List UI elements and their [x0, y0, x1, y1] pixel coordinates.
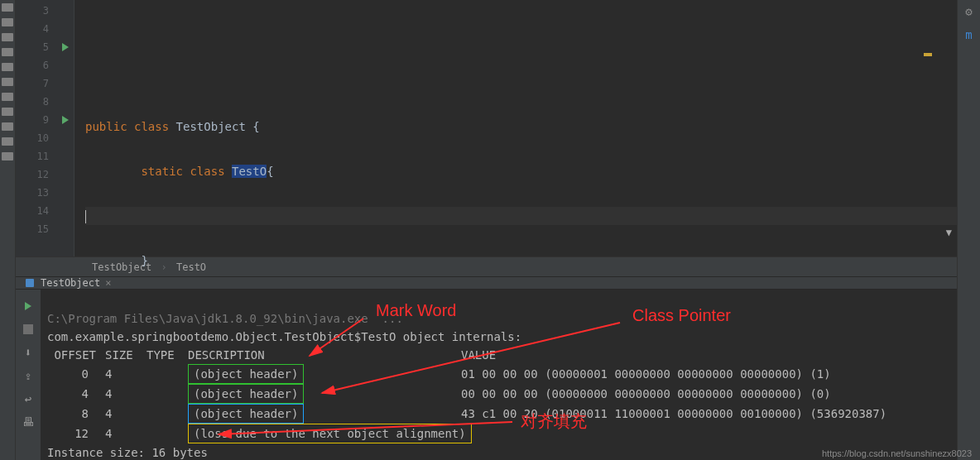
folder-icon: [2, 33, 13, 41]
folder-icon: [2, 122, 13, 131]
rerun-icon[interactable]: [20, 298, 36, 314]
code-token: public class: [85, 120, 176, 133]
svg-marker-3: [25, 302, 31, 310]
svg-marker-1: [62, 116, 69, 124]
fold-gutter[interactable]: [74, 0, 85, 256]
col-value: VALUE: [461, 346, 496, 364]
folder-icon: [2, 78, 13, 86]
settings-icon[interactable]: ⚙: [965, 5, 972, 18]
wrap-icon[interactable]: ↩: [20, 391, 36, 407]
col-offset: OFFSET: [47, 346, 105, 364]
chevron-down-icon[interactable]: ▼: [946, 227, 952, 238]
folder-icon: [2, 108, 13, 116]
console-output[interactable]: C:\Program Files\Java\jdk1.8.0_92\bin\ja…: [41, 290, 957, 460]
folder-icon: [2, 63, 13, 71]
svg-rect-2: [26, 279, 34, 287]
folder-icon: [2, 48, 13, 56]
run-config-icon: [24, 277, 36, 289]
export-icon[interactable]: ⇪: [20, 367, 36, 384]
console-cmd: C:\Program Files\Java\jdk1.8.0_92\bin\ja…: [47, 312, 403, 325]
table-row: 44(object header)00 00 00 00 (00000000 0…: [47, 387, 831, 400]
annotated-box: (object header): [188, 404, 304, 424]
code-editor[interactable]: 3 4 5 6 7 8 9 10 11 12 13 14 15: [16, 0, 957, 256]
annotation-class-pointer: Class Pointer: [632, 306, 731, 325]
code-token: static class: [85, 165, 232, 178]
folder-icon: [2, 152, 13, 161]
annotated-box: (loss due to the next object alignment): [188, 424, 472, 443]
print-icon[interactable]: 🖶: [20, 414, 36, 430]
maven-icon[interactable]: m: [965, 28, 972, 41]
code-area[interactable]: public class TestObject { static class T…: [85, 0, 957, 256]
console-header: com.example.springbootdemo.Object.TestOb…: [47, 330, 521, 343]
error-stripe-mark[interactable]: [924, 53, 932, 56]
folder-icon: [2, 93, 13, 101]
table-row: 124(loss due to the next object alignmen…: [47, 427, 461, 440]
col-type: TYPE: [147, 346, 188, 364]
run-gutter: [57, 0, 74, 256]
down-icon[interactable]: ⬇: [20, 344, 36, 361]
code-token: {: [246, 120, 260, 133]
line-number-gutter: 3 4 5 6 7 8 9 10 11 12 13 14 15: [16, 0, 57, 256]
annotated-box: (object header): [188, 364, 304, 384]
watermark: https://blog.csdn.net/sunshinezx8023: [822, 448, 972, 458]
code-token: TestObject: [176, 120, 246, 133]
caret: [85, 210, 86, 223]
svg-marker-0: [62, 43, 69, 51]
right-tool-strip[interactable]: ⚙ m: [957, 0, 980, 460]
code-token: {: [267, 165, 273, 178]
folder-icon: [2, 3, 13, 12]
col-size: SIZE: [105, 346, 147, 364]
table-row: 04(object header)01 00 00 00 (00000001 0…: [47, 367, 831, 381]
svg-rect-4: [23, 324, 33, 334]
run-class-icon[interactable]: [57, 38, 74, 56]
annotated-box: (object header): [188, 384, 304, 404]
code-line: }: [85, 254, 148, 267]
folder-icon: [2, 137, 13, 146]
code-token-selected: TestO: [232, 165, 267, 178]
project-tool-strip[interactable]: [0, 0, 16, 460]
run-main-icon[interactable]: [57, 111, 74, 129]
stop-icon[interactable]: [20, 321, 36, 338]
console-instance-size: Instance size: 16 bytes: [47, 446, 208, 459]
col-desc: DESCRIPTION: [188, 346, 461, 364]
run-side-toolbar: ⬇ ⇪ ↩ 🖶: [16, 290, 41, 460]
folder-icon: [2, 18, 13, 26]
table-row: 84(object header)43 c1 00 20 (01000011 1…: [47, 407, 886, 420]
